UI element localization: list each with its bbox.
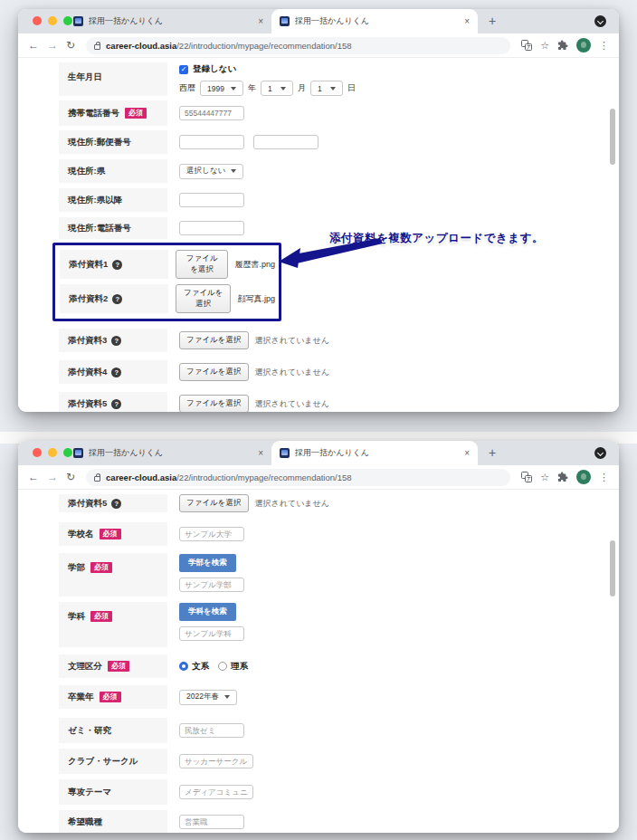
department-search-button[interactable]: 学科を検索 [179, 603, 236, 621]
required-badge: 必須 [125, 108, 147, 119]
help-icon[interactable]: ? [112, 294, 122, 304]
forward-icon[interactable]: → [47, 472, 58, 482]
address-bar[interactable]: career-cloud.asia/22/introduction/mypage… [86, 37, 510, 54]
file-select-button[interactable]: ファイルを選択 [176, 284, 231, 313]
field-label: 学校名必須 [59, 522, 167, 546]
tab-close-icon[interactable]: × [464, 449, 470, 458]
site-favicon [280, 448, 290, 458]
close-window-button[interactable] [33, 16, 42, 25]
form-row-attachment-5: 添付資料5? ファイルを選択 選択されていません [59, 494, 619, 512]
desired-job-input[interactable] [179, 815, 244, 829]
back-icon[interactable]: ← [28, 472, 39, 482]
year-unit: 年 [248, 82, 256, 94]
close-window-button[interactable] [33, 448, 42, 457]
field-label: 添付資料5? [59, 392, 167, 412]
tab-search-button[interactable] [594, 15, 606, 27]
optout-label: 登録しない [193, 63, 236, 75]
no-file-text: 選択されていません [255, 498, 329, 510]
file-select-button[interactable]: ファイルを選択 [179, 395, 249, 412]
department-input[interactable] [179, 626, 244, 641]
back-icon[interactable]: ← [28, 40, 39, 51]
era-label: 西暦 [179, 82, 195, 94]
stream-option-label: 理系 [231, 661, 248, 673]
extensions-puzzle-icon[interactable] [557, 472, 568, 482]
graduation-year-select[interactable]: 2022年春 [179, 690, 237, 705]
school-name-input[interactable] [179, 527, 244, 541]
address-bar[interactable]: career-cloud.asia/22/introduction/mypage… [86, 469, 510, 486]
bookmark-star-icon[interactable]: ☆ [540, 472, 549, 482]
tab-inactive[interactable]: 採用一括かんりくん × [65, 441, 271, 465]
mobile-phone-input[interactable] [179, 106, 244, 120]
file-select-button[interactable]: ファイルを選択 [176, 250, 228, 279]
help-icon[interactable]: ? [111, 399, 121, 409]
page-scrollbar[interactable] [610, 109, 615, 165]
seminar-input[interactable] [179, 723, 244, 738]
tab-active[interactable]: 採用一括かんりくん × [271, 441, 478, 465]
forward-icon[interactable]: → [47, 40, 58, 51]
field-label: 添付資料3? [59, 329, 167, 352]
form-row-mobile-phone: 携帯電話番号必須 [59, 100, 619, 126]
menu-dots-icon[interactable]: ⋮ [599, 41, 609, 51]
field-label: 添付資料4? [59, 360, 167, 384]
new-tab-button[interactable]: + [489, 9, 496, 33]
tab-close-icon[interactable]: × [258, 17, 263, 26]
zip-input-1[interactable] [179, 135, 244, 149]
minimize-window-button[interactable] [48, 16, 57, 25]
stream-radio-rikei[interactable] [218, 662, 227, 671]
tab-search-button[interactable] [594, 447, 606, 459]
day-select[interactable]: 1 [310, 81, 343, 96]
faculty-search-button[interactable]: 学部を検索 [179, 554, 236, 572]
faculty-input[interactable] [179, 578, 244, 592]
file-select-button[interactable]: ファイルを選択 [179, 363, 249, 381]
form-row-seminar: ゼミ・研究 [59, 718, 619, 743]
address2-input[interactable] [179, 193, 244, 207]
tab-bar: 採用一括かんりくん × 採用一括かんりくん × + [18, 441, 619, 465]
form-row-attachment-4: 添付資料4? ファイルを選択 選択されていません [59, 360, 619, 384]
form-row-major-theme: 専攻テーマ [59, 779, 619, 805]
reload-icon[interactable]: ↻ [66, 472, 75, 482]
zip-input-2[interactable] [253, 135, 318, 149]
bookmark-star-icon[interactable]: ☆ [540, 41, 549, 51]
chevron-down-icon [330, 87, 336, 91]
major-theme-input[interactable] [179, 785, 253, 799]
field-label: 現住所:県 [59, 159, 167, 183]
help-icon[interactable]: ? [111, 336, 121, 346]
help-icon[interactable]: ? [111, 499, 121, 509]
file-select-button[interactable]: ファイルを選択 [179, 331, 249, 349]
form-row-address2: 現住所:県以降 [59, 188, 619, 212]
help-icon[interactable]: ? [112, 260, 122, 270]
required-badge: 必須 [90, 562, 112, 573]
tab-close-icon[interactable]: × [464, 17, 470, 26]
stream-radio-bunkei[interactable] [179, 662, 188, 671]
field-label: 携帯電話番号必須 [59, 100, 167, 126]
tab-inactive[interactable]: 採用一括かんりくん × [65, 9, 271, 33]
file-select-button[interactable]: ファイルを選択 [179, 494, 249, 512]
prefecture-select[interactable]: 選択しない [179, 164, 243, 179]
required-badge: 必須 [100, 692, 121, 702]
field-label: 希望職種 [59, 810, 167, 833]
lock-icon [94, 44, 100, 50]
new-tab-button[interactable]: + [489, 441, 496, 465]
tab-close-icon[interactable]: × [258, 449, 263, 458]
page-scrollbar[interactable] [610, 540, 615, 597]
year-select[interactable]: 1999 [200, 81, 243, 96]
optout-checkbox[interactable]: ✓ [179, 65, 188, 74]
attached-file-name: 履歴書.png [234, 259, 275, 271]
profile-avatar[interactable] [576, 38, 591, 52]
minimize-window-button[interactable] [48, 448, 57, 457]
reload-icon[interactable]: ↻ [66, 40, 75, 51]
translate-icon[interactable] [521, 40, 532, 51]
help-icon[interactable]: ? [111, 368, 121, 377]
form-page: 生年月日 ✓ 登録しない 西暦 1999 年 1 月 1 日 携帯電話番号必須 [18, 58, 619, 412]
extensions-puzzle-icon[interactable] [557, 40, 568, 51]
field-label: 添付資料2? [60, 284, 168, 313]
profile-avatar[interactable] [576, 470, 591, 484]
form-row-attachment-1: 添付資料1? ファイルを選択 履歴書.png [60, 250, 275, 279]
club-input[interactable] [179, 754, 253, 768]
tab-active[interactable]: 採用一括かんりくん × [271, 9, 478, 33]
month-select[interactable]: 1 [261, 81, 293, 96]
menu-dots-icon[interactable]: ⋮ [599, 472, 609, 482]
home-phone-input[interactable] [179, 221, 244, 235]
field-label: 現住所:郵便番号 [59, 130, 167, 154]
translate-icon[interactable] [521, 472, 532, 482]
